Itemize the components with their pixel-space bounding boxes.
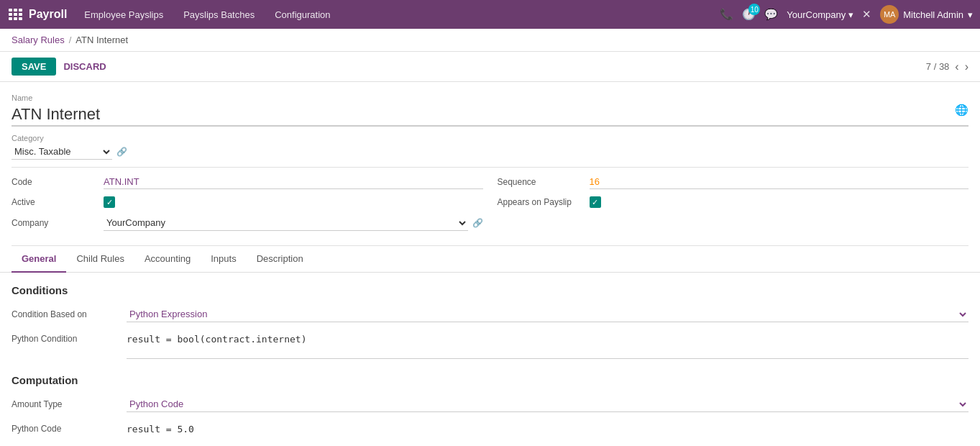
condition-based-on-row: Condition Based on Python Expression [12, 306, 968, 322]
amount-type-select[interactable]: Python Code [127, 396, 968, 412]
appears-on-payslip-label: Appears on Payslip [498, 197, 584, 207]
phone-icon[interactable]: 📞 [720, 8, 733, 21]
python-code-label: Python Code [12, 421, 127, 434]
conditions-section: Conditions Condition Based on Python Exp… [12, 284, 968, 361]
toolbar: SAVE DISCARD 7 / 38 ‹ › [0, 52, 980, 82]
python-condition-value: result = bool(contract.internet) [127, 331, 968, 361]
prev-record-button[interactable]: ‹ [955, 60, 958, 73]
breadcrumb-parent[interactable]: Salary Rules [12, 35, 65, 45]
python-code-input[interactable]: result = 5.0 [127, 421, 968, 446]
company-dropdown-icon: ▾ [848, 9, 853, 20]
right-fields: Sequence Appears on Payslip [483, 175, 969, 238]
python-condition-row: Python Condition result = bool(contract.… [12, 331, 968, 361]
name-label: Name [12, 94, 968, 102]
breadcrumb: Salary Rules / ATN Internet [0, 29, 980, 52]
company-select[interactable]: YourCompany [104, 215, 468, 231]
next-record-button[interactable]: › [965, 60, 968, 73]
translate-icon[interactable]: 🌐 [955, 104, 968, 117]
condition-based-on-value: Python Expression [127, 306, 968, 322]
topnav: Payroll Employee Payslips Payslips Batch… [0, 0, 980, 29]
general-tab-content: Conditions Condition Based on Python Exp… [0, 273, 980, 446]
topnav-menu: Employee Payslips Payslips Batches Confi… [81, 9, 720, 20]
discard-button[interactable]: DISCARD [63, 61, 106, 72]
company-label: Company [12, 218, 98, 228]
category-field-row: Category Misc. Taxable 🔗 [12, 134, 968, 160]
user-menu[interactable]: MA Mitchell Admin ▾ [880, 5, 973, 24]
conditions-title: Conditions [12, 284, 968, 296]
user-dropdown-icon: ▾ [968, 9, 973, 20]
menu-payslips-batches[interactable]: Payslips Batches [180, 9, 257, 20]
apps-menu-icon[interactable] [7, 7, 22, 22]
chat-icon[interactable]: 💬 [764, 8, 778, 21]
active-checkbox[interactable] [104, 196, 115, 208]
sequence-field-group: Sequence [498, 175, 969, 189]
sequence-value-wrap [590, 175, 969, 189]
python-condition-label: Python Condition [12, 331, 127, 344]
breadcrumb-separator: / [69, 35, 72, 45]
tab-inputs[interactable]: Inputs [201, 246, 246, 273]
appears-on-payslip-checkbox[interactable] [590, 196, 601, 208]
active-field-group: Active [12, 196, 483, 208]
code-field-group: Code [12, 175, 483, 189]
code-value-wrap [104, 175, 483, 189]
code-label: Code [12, 177, 98, 187]
close-icon[interactable]: ✕ [862, 8, 871, 21]
category-select[interactable]: Misc. Taxable [12, 144, 112, 160]
category-external-link-icon[interactable]: 🔗 [116, 147, 127, 157]
topnav-right: 📞 🕐 10 💬 YourCompany ▾ ✕ MA Mitchell Adm… [720, 5, 973, 24]
category-label: Category [12, 134, 968, 142]
python-code-row: Python Code result = 5.0 [12, 421, 968, 446]
save-button[interactable]: SAVE [12, 58, 56, 76]
computation-section: Computation Amount Type Python Code Pyth… [12, 374, 968, 446]
breadcrumb-current: ATN Internet [75, 35, 128, 45]
activity-icon-wrap[interactable]: 🕐 10 [742, 8, 756, 21]
computation-title: Computation [12, 374, 968, 386]
python-condition-input[interactable]: result = bool(contract.internet) [127, 331, 968, 359]
code-input[interactable] [104, 175, 483, 189]
tabs-bar: General Child Rules Accounting Inputs De… [0, 246, 980, 273]
python-code-value: result = 5.0 [127, 421, 968, 446]
company-field-group: Company YourCompany 🔗 [12, 215, 483, 231]
name-input[interactable] [12, 104, 968, 127]
app-brand: Payroll [29, 8, 67, 21]
sequence-input[interactable] [590, 175, 969, 189]
pagination-info: 7 / 38 [926, 61, 950, 72]
sequence-label: Sequence [498, 177, 584, 187]
category-select-wrap: Misc. Taxable 🔗 [12, 144, 968, 160]
company-name: YourCompany [787, 9, 846, 20]
tab-general[interactable]: General [12, 246, 66, 273]
amount-type-value: Python Code [127, 396, 968, 412]
company-external-link-icon[interactable]: 🔗 [472, 218, 483, 228]
user-avatar: MA [880, 5, 899, 24]
form-area: Name 🌐 Category Misc. Taxable 🔗 Code Act… [0, 82, 980, 246]
tab-description[interactable]: Description [247, 246, 313, 273]
company-switcher[interactable]: YourCompany ▾ [787, 9, 853, 20]
appears-on-payslip-field-group: Appears on Payslip [498, 196, 969, 208]
condition-based-on-select[interactable]: Python Expression [127, 306, 968, 322]
tab-child-rules[interactable]: Child Rules [66, 246, 134, 273]
condition-based-on-label: Condition Based on [12, 306, 127, 319]
activity-badge: 10 [748, 4, 760, 15]
amount-type-row: Amount Type Python Code [12, 396, 968, 412]
left-fields: Code Active Company YourCompany 🔗 [12, 175, 483, 238]
menu-configuration[interactable]: Configuration [272, 9, 333, 20]
name-field-row: Name 🌐 [12, 94, 968, 127]
active-label: Active [12, 197, 98, 207]
menu-employee-payslips[interactable]: Employee Payslips [81, 9, 166, 20]
amount-type-label: Amount Type [12, 396, 127, 409]
tab-accounting[interactable]: Accounting [134, 246, 201, 273]
company-value-wrap: YourCompany 🔗 [104, 215, 483, 231]
fields-two-col: Code Active Company YourCompany 🔗 [12, 175, 968, 245]
toolbar-right: 7 / 38 ‹ › [926, 60, 968, 73]
user-name: Mitchell Admin [903, 9, 963, 20]
